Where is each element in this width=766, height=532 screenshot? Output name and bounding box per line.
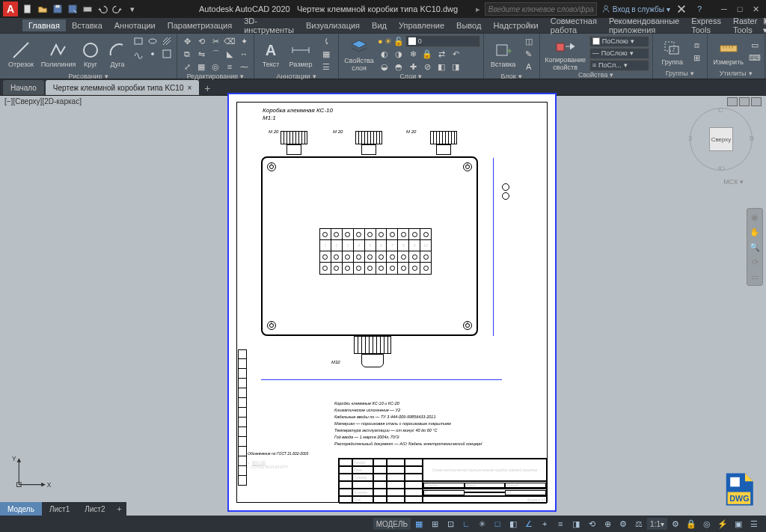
layer-lock-icon[interactable]: 🔓 — [393, 37, 404, 46]
maximize-button[interactable]: □ — [732, 3, 747, 15]
layer-bulb-icon[interactable]: ● — [378, 37, 383, 46]
signin-link[interactable]: Вход в службы ▾ — [601, 4, 670, 13]
tab-featured[interactable]: Рекомендованные приложения — [603, 15, 685, 36]
tab-collab[interactable]: Совместная работа — [545, 15, 603, 36]
calc-icon[interactable]: ⌨ — [748, 52, 762, 64]
polar-icon[interactable]: ✳ — [474, 517, 489, 531]
new-icon[interactable] — [21, 2, 34, 16]
add-layout-button[interactable]: + — [113, 504, 126, 513]
minimize-button[interactable]: ─ — [717, 3, 732, 15]
layer-match-icon[interactable]: ⇄ — [435, 48, 448, 60]
anno-scale[interactable]: 1:1 ▾ — [647, 518, 667, 530]
layer-off-icon[interactable]: ◐ — [378, 48, 391, 60]
ungroup-icon[interactable]: ⧈ — [690, 40, 704, 52]
layer-s6-icon[interactable]: ◨ — [449, 61, 462, 73]
trim-icon[interactable]: ✂ — [209, 35, 222, 47]
region-icon[interactable] — [160, 48, 174, 60]
otrack-icon[interactable]: ∠ — [521, 517, 536, 531]
circle-button[interactable]: Круг — [78, 40, 103, 68]
tab-home[interactable]: Главная — [22, 19, 66, 31]
panel-annot-title[interactable]: Аннотации ▾ — [257, 73, 335, 80]
custom-icon[interactable]: ☰ — [747, 517, 762, 531]
table-icon[interactable]: ▦ — [317, 48, 335, 60]
nav-wheel-icon[interactable]: ◉ — [749, 211, 761, 223]
edit-block-icon[interactable]: ✎ — [521, 48, 536, 60]
spline-icon[interactable] — [132, 48, 145, 60]
rect-icon[interactable] — [132, 35, 145, 47]
viewcube-face[interactable]: Сверху — [709, 127, 733, 151]
ribbon-expand-icon[interactable]: ▣ ▾ — [763, 16, 766, 35]
hwacc-icon[interactable]: ⚡ — [715, 517, 730, 531]
exchange-icon[interactable] — [675, 2, 688, 16]
scale-icon[interactable]: ⤢ — [180, 61, 194, 73]
save-icon[interactable] — [51, 2, 64, 16]
mtext-icon[interactable]: ☰ — [317, 61, 335, 73]
measure-button[interactable]: Измерить — [711, 37, 747, 66]
open-icon[interactable] — [36, 2, 49, 16]
copy-icon[interactable]: ⧉ — [180, 48, 194, 60]
group-button[interactable]: Группа — [656, 37, 689, 66]
tab-manage[interactable]: Управление — [393, 19, 450, 31]
stretch-icon[interactable]: ↔ — [237, 48, 251, 60]
tab-view[interactable]: Вид — [366, 19, 393, 31]
array-icon[interactable]: ▦ — [194, 61, 208, 73]
select-icon[interactable]: ▭ — [748, 40, 762, 52]
layer-s3-icon[interactable]: ✚ — [406, 61, 420, 73]
grid-icon[interactable]: ▦ — [411, 517, 426, 531]
plot-icon[interactable] — [81, 2, 94, 16]
matchprops-button[interactable]: Копирование свойств — [543, 35, 588, 71]
lineweight-dropdown[interactable]: — ПоСлою ▾ — [589, 48, 649, 59]
text-button[interactable]: AТекст — [257, 40, 284, 68]
attr-block-icon[interactable]: A — [521, 61, 536, 73]
panel-props-title[interactable]: Свойства ▾ — [543, 71, 649, 79]
leader-icon[interactable]: ⤹ — [317, 35, 335, 47]
layer-frz-icon[interactable]: ❄ — [406, 48, 420, 60]
tab-3dtools[interactable]: 3D-инструменты — [238, 15, 300, 36]
vp-min-icon[interactable] — [727, 97, 738, 106]
create-block-icon[interactable]: ◫ — [521, 35, 536, 47]
annomonitor-icon[interactable]: ⊕ — [600, 517, 615, 531]
tab-sheet1[interactable]: Лист1 — [42, 502, 77, 516]
ellipse-icon[interactable] — [146, 35, 159, 47]
lwt-icon[interactable]: ≡ — [553, 517, 568, 531]
tab-document[interactable]: Чертеж клеммной коробки типа KC10× — [46, 80, 199, 95]
annoscale-icon[interactable]: ⚖ — [631, 517, 646, 531]
layer-prev-icon[interactable]: ↶ — [449, 48, 462, 60]
layer-s5-icon[interactable]: ◧ — [435, 61, 448, 73]
help-icon[interactable]: ? — [693, 2, 706, 16]
chamfer-icon[interactable]: ◣ — [223, 48, 236, 60]
hatch-icon[interactable] — [160, 35, 174, 47]
panel-draw-title[interactable]: Рисование ▾ — [3, 73, 174, 80]
new-tab-button[interactable]: + — [200, 82, 214, 95]
cleanscreen-icon[interactable]: ▣ — [731, 517, 746, 531]
infer-icon[interactable]: ⊡ — [443, 517, 458, 531]
move-icon[interactable]: ✥ — [180, 35, 194, 47]
tab-start[interactable]: Начало — [3, 80, 44, 95]
search-input[interactable] — [485, 2, 597, 16]
3dosnap-icon[interactable]: ◧ — [506, 517, 521, 531]
qat-dropdown-icon[interactable]: ▾ — [126, 2, 139, 16]
trans-icon[interactable]: ◨ — [569, 517, 583, 531]
ortho-icon[interactable]: ∟ — [459, 517, 474, 531]
snap-icon[interactable]: ⊞ — [427, 517, 442, 531]
close-icon[interactable]: × — [187, 84, 192, 92]
isolate-icon[interactable]: ◎ — [699, 517, 714, 531]
color-dropdown[interactable]: ПоСлою ▾ — [589, 36, 649, 47]
offset-icon[interactable]: ◎ — [209, 61, 222, 73]
dimension-button[interactable]: Размер — [286, 40, 316, 68]
qp-icon[interactable]: ⚙ — [616, 517, 631, 531]
tab-visualize[interactable]: Визуализация — [300, 19, 366, 31]
status-model[interactable]: МОДЕЛЬ — [373, 518, 411, 530]
point-icon[interactable] — [146, 48, 159, 60]
layer-s4-icon[interactable]: ⊘ — [420, 61, 434, 73]
cycle-icon[interactable]: ⟲ — [584, 517, 599, 531]
vp-close-icon[interactable] — [751, 97, 762, 106]
viewcube[interactable]: Сверху С В Ю З — [690, 108, 753, 171]
polyline-button[interactable]: Полилиния — [40, 40, 76, 68]
dyn-icon[interactable]: + — [537, 517, 552, 531]
break-icon[interactable]: ⁓ — [237, 61, 251, 73]
ucs-icon[interactable]: YX — [12, 450, 54, 493]
insert-block-button[interactable]: Вставка — [487, 40, 520, 68]
tab-output[interactable]: Вывод — [450, 19, 487, 31]
saveas-icon[interactable] — [66, 2, 79, 16]
